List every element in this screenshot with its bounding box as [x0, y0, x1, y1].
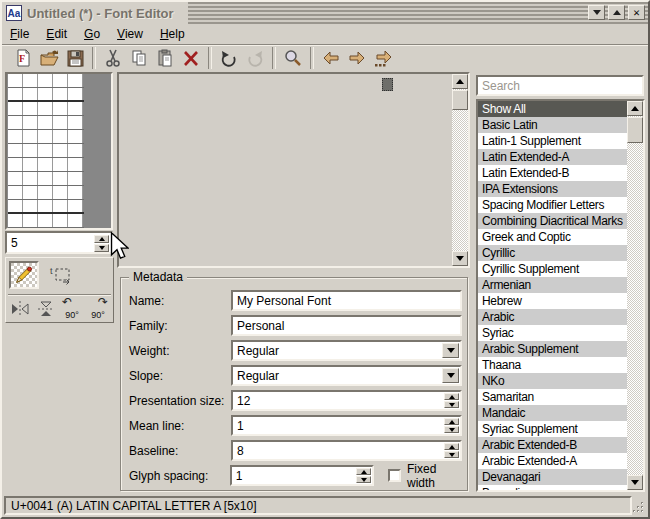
back-button[interactable]: [318, 46, 344, 70]
unicode-block-item[interactable]: Samaritan: [478, 389, 627, 405]
mean-line-spinner[interactable]: 1: [231, 415, 462, 436]
menu-help[interactable]: Help: [160, 27, 185, 41]
selected-glyph-cell[interactable]: [382, 78, 393, 91]
cut-button[interactable]: [100, 46, 126, 70]
pixel-cell[interactable]: [38, 144, 53, 157]
save-button[interactable]: [62, 46, 88, 70]
unicode-block-item[interactable]: Spacing Modifier Letters: [478, 197, 627, 213]
pixel-cell[interactable]: [38, 186, 53, 199]
pixel-cell[interactable]: [8, 130, 23, 143]
pixel-cell[interactable]: [53, 158, 68, 171]
presentation-size-up-button[interactable]: [444, 393, 459, 400]
canvas-scroll-down-button[interactable]: [452, 251, 468, 266]
unicode-block-item[interactable]: Thaana: [478, 357, 627, 373]
pixel-cell[interactable]: [68, 144, 83, 157]
pixel-cell[interactable]: [53, 172, 68, 185]
pixel-cell[interactable]: [23, 186, 38, 199]
unicode-block-item[interactable]: Arabic Extended-B: [478, 437, 627, 453]
pixel-cell[interactable]: [53, 144, 68, 157]
pixel-cell[interactable]: [23, 144, 38, 157]
pixel-cell[interactable]: [8, 186, 23, 199]
pixel-cell[interactable]: [53, 74, 68, 87]
glyph-spacing-up-button[interactable]: [356, 468, 371, 475]
pixel-cell[interactable]: [23, 172, 38, 185]
pixel-cell[interactable]: [68, 200, 83, 212]
pixel-cell[interactable]: [68, 214, 83, 227]
jump-to-button[interactable]: [370, 46, 396, 70]
glyph-spacing-spinner[interactable]: 1: [230, 465, 374, 486]
baseline-down-button[interactable]: [444, 451, 459, 458]
fixed-width-checkbox[interactable]: [388, 469, 401, 482]
pencil-tool-button[interactable]: [9, 261, 39, 289]
pixel-cell[interactable]: [8, 102, 23, 115]
unicode-block-item[interactable]: Cyrillic Supplement: [478, 261, 627, 277]
pixel-cell[interactable]: [38, 200, 53, 212]
title-bar[interactable]: Aa Untitled (*) - Font Editor ✕: [2, 2, 648, 24]
search-button[interactable]: [280, 46, 306, 70]
menu-edit[interactable]: Edit: [46, 27, 67, 41]
pixel-cell[interactable]: [38, 116, 53, 129]
menu-file[interactable]: File: [10, 27, 29, 41]
pixel-cell[interactable]: [8, 158, 23, 171]
copy-button[interactable]: [126, 46, 152, 70]
menu-view[interactable]: View: [117, 27, 143, 41]
new-file-button[interactable]: F: [10, 46, 36, 70]
pixel-cell[interactable]: [53, 130, 68, 143]
pixel-cell[interactable]: [38, 130, 53, 143]
unicode-block-item[interactable]: Latin Extended-A: [478, 149, 627, 165]
slope-dropdown-button[interactable]: [442, 368, 459, 383]
pixel-cell[interactable]: [53, 102, 68, 115]
rotate-left-button[interactable]: ↶ 90°: [59, 297, 85, 321]
paste-button[interactable]: [152, 46, 178, 70]
flip-horizontal-button[interactable]: [7, 297, 33, 321]
unicode-block-item[interactable]: Basic Latin: [478, 117, 627, 133]
list-scroll-up-button[interactable]: [627, 101, 643, 116]
search-input[interactable]: Search: [476, 75, 644, 96]
width-spin-up-button[interactable]: [94, 235, 109, 243]
pixel-cell[interactable]: [68, 186, 83, 199]
unicode-block-item[interactable]: Latin Extended-B: [478, 165, 627, 181]
unicode-block-item[interactable]: Mandaic: [478, 405, 627, 421]
pixel-cell[interactable]: [8, 172, 23, 185]
mean-line-up-button[interactable]: [444, 418, 459, 425]
unicode-block-item[interactable]: Greek and Coptic: [478, 229, 627, 245]
unicode-block-list[interactable]: Show AllBasic LatinLatin-1 SupplementLat…: [476, 99, 645, 492]
unicode-block-item[interactable]: Armenian: [478, 277, 627, 293]
canvas-scrollbar-thumb[interactable]: [452, 90, 468, 110]
pixel-cell[interactable]: [53, 116, 68, 129]
pixel-cell[interactable]: [38, 102, 53, 115]
unicode-block-item[interactable]: Arabic Extended-A: [478, 453, 627, 469]
pixel-cell[interactable]: [8, 200, 23, 212]
unicode-block-item[interactable]: IPA Extensions: [478, 181, 627, 197]
unicode-block-item[interactable]: Syriac: [478, 325, 627, 341]
pixel-cell[interactable]: [23, 116, 38, 129]
weight-combobox[interactable]: Regular: [231, 340, 462, 361]
forward-button[interactable]: [344, 46, 370, 70]
pixel-cell[interactable]: [68, 158, 83, 171]
unicode-block-item[interactable]: Arabic: [478, 309, 627, 325]
pixel-cell[interactable]: [53, 186, 68, 199]
pixel-cell[interactable]: [68, 88, 83, 100]
mean-line-down-button[interactable]: [444, 426, 459, 433]
delete-button[interactable]: [178, 46, 204, 70]
pixel-cell[interactable]: [68, 130, 83, 143]
marquee-tool-button[interactable]: t: [47, 262, 75, 288]
list-scroll-down-button[interactable]: [627, 475, 643, 490]
pixel-cell[interactable]: [8, 74, 23, 87]
glyph-overview-canvas[interactable]: [117, 72, 470, 268]
baseline-spinner[interactable]: 8: [231, 440, 462, 461]
pixel-cell[interactable]: [8, 144, 23, 157]
pixel-cell[interactable]: [8, 214, 23, 227]
unicode-block-item[interactable]: Syriac Supplement: [478, 421, 627, 437]
unicode-block-item[interactable]: Hebrew: [478, 293, 627, 309]
glyph-pixel-grid[interactable]: [7, 74, 84, 228]
unicode-block-item[interactable]: Devanagari: [478, 469, 627, 485]
pixel-cell[interactable]: [68, 102, 83, 115]
unicode-block-item[interactable]: NKo: [478, 373, 627, 389]
canvas-scrollbar[interactable]: [452, 74, 468, 266]
pixel-cell[interactable]: [23, 88, 38, 100]
pixel-cell[interactable]: [53, 88, 68, 100]
unicode-block-item[interactable]: Bengali: [478, 485, 627, 490]
pixel-cell[interactable]: [68, 172, 83, 185]
unicode-block-item[interactable]: Show All: [478, 101, 627, 117]
